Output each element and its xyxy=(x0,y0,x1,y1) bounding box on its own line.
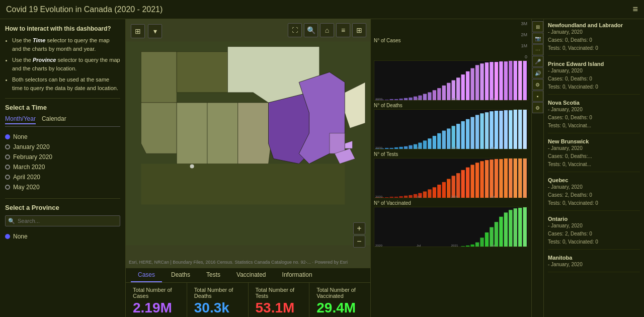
home-icon[interactable]: ⌂ xyxy=(320,23,334,37)
svg-rect-47 xyxy=(518,61,522,100)
action-icon-box[interactable]: ▪ xyxy=(532,91,543,102)
action-icon-camera[interactable]: 📷 xyxy=(532,33,543,44)
tab-information[interactable]: Information xyxy=(275,268,319,282)
svg-rect-41 xyxy=(490,62,493,100)
svg-rect-37 xyxy=(470,68,474,100)
time-tabs: Month/Year Calendar xyxy=(5,115,120,127)
time-option-feb2020[interactable]: February 2020 xyxy=(5,152,120,162)
map-attribution: Esri, HERE, NRCan | Boundary Files, 2016… xyxy=(129,260,348,265)
menu-icon[interactable]: ≡ xyxy=(632,4,638,15)
how-to-section: How to interact with this dashboard? Use… xyxy=(5,24,120,92)
stats-row: Total Number of Cases 2.19M Total Number… xyxy=(126,282,370,317)
chart-cases-ylabel: N° of Cases xyxy=(374,38,400,43)
map-toolbar: ⊞ ▾ xyxy=(131,24,162,38)
tab-month-year[interactable]: Month/Year xyxy=(5,115,36,124)
province-options-list: None xyxy=(5,231,120,242)
zoom-out-button[interactable]: − xyxy=(353,235,365,248)
top-bar: Covid 19 Evolution in Canada (2020 - 202… xyxy=(0,0,644,19)
svg-rect-102 xyxy=(428,189,431,198)
radio-dot-apr xyxy=(5,175,10,180)
province-name-nb: New Brunswick xyxy=(548,138,640,144)
radio-dot-jan xyxy=(5,144,10,149)
tab-tests[interactable]: Tests xyxy=(199,268,227,282)
province-option-none[interactable]: None xyxy=(5,231,120,242)
search-icon: 🔍 xyxy=(8,218,15,224)
province-name-mb: Manitoba xyxy=(548,255,640,261)
time-option-jan2020[interactable]: January 2020 xyxy=(5,142,120,152)
expand-icon[interactable]: ⛶ xyxy=(288,23,302,37)
svg-rect-74 xyxy=(470,117,474,149)
radio-dot-may xyxy=(5,185,10,190)
tab-calendar[interactable]: Calendar xyxy=(42,115,66,124)
province-item-nb: New Brunswick - January, 2020Cases: 0, D… xyxy=(548,138,640,172)
svg-rect-122 xyxy=(523,158,527,198)
left-panel: How to interact with this dashboard? Use… xyxy=(0,19,126,317)
grid-icon[interactable]: ⊞ xyxy=(352,23,366,37)
svg-marker-4 xyxy=(141,103,177,153)
svg-rect-111 xyxy=(470,165,474,198)
time-option-may2020[interactable]: May 2020 xyxy=(5,182,120,192)
province-name-ns: Nova Scotia xyxy=(548,100,640,106)
tab-deaths[interactable]: Deaths xyxy=(164,268,197,282)
svg-text:2020: 2020 xyxy=(375,97,383,100)
action-icon-settings-2[interactable]: ⚙ xyxy=(532,102,543,113)
right-panel: Newfoundland and Labrador - January, 202… xyxy=(543,19,644,317)
time-option-apr2020[interactable]: April 2020 xyxy=(5,172,120,182)
province-stats-qc: - January, 2020Cases: 2, Deaths: 0Tests:… xyxy=(548,183,640,207)
map-tool-dropdown[interactable]: ▾ xyxy=(148,24,162,38)
province-name-nl: Newfoundland and Labrador xyxy=(548,22,640,28)
map-zoom-controls: + − xyxy=(353,222,365,248)
svg-rect-46 xyxy=(514,61,517,100)
radio-dot-mar xyxy=(5,165,10,170)
svg-text:2020: 2020 xyxy=(375,195,383,198)
how-to-tip-3: Both selectors can be used at the same t… xyxy=(12,75,120,92)
province-item-on: Ontario - January, 2020Cases: 2, Deaths:… xyxy=(548,216,640,250)
stat-tests-value: 53.1M xyxy=(256,300,302,316)
chart-tests-svg: 2020 Jul 2021 Jul xyxy=(374,158,528,198)
svg-rect-112 xyxy=(475,163,479,198)
chart-deaths-svg: 2020 Jul 2021 Jul xyxy=(374,110,528,149)
chart-tests-ylabel: N° of Tests xyxy=(374,151,528,157)
svg-rect-36 xyxy=(466,71,469,100)
svg-rect-14 xyxy=(141,164,345,205)
svg-marker-2 xyxy=(177,52,227,93)
svg-rect-116 xyxy=(495,159,498,198)
svg-text:2020: 2020 xyxy=(375,244,383,247)
svg-rect-79 xyxy=(495,111,498,149)
time-option-mar2020[interactable]: March 2020 xyxy=(5,162,120,172)
svg-rect-42 xyxy=(495,62,498,100)
tab-vaccinated[interactable]: Vaccinated xyxy=(229,268,273,282)
time-option-apr-label: April 2020 xyxy=(13,174,40,181)
tab-cases[interactable]: Cases xyxy=(131,268,162,282)
map-area[interactable]: ⊞ ▾ xyxy=(126,19,370,268)
svg-rect-96 xyxy=(399,196,403,198)
zoom-in-button[interactable]: + xyxy=(353,222,365,234)
action-icon-mic[interactable]: 🎤 xyxy=(532,56,543,67)
province-item-nl: Newfoundland and Labrador - January, 202… xyxy=(548,22,640,56)
svg-rect-59 xyxy=(399,147,403,149)
svg-rect-109 xyxy=(461,170,464,198)
action-icon-sound[interactable]: 🔊 xyxy=(532,67,543,78)
province-section-label: Select a Province xyxy=(5,204,120,211)
svg-rect-21 xyxy=(394,99,398,100)
radio-dot-none xyxy=(5,134,10,139)
action-icon-grid[interactable]: ⊞ xyxy=(532,21,543,32)
svg-rect-20 xyxy=(390,99,393,100)
svg-rect-117 xyxy=(499,159,503,198)
svg-rect-75 xyxy=(475,115,479,149)
action-icon-settings-1[interactable]: ⚙ xyxy=(532,79,543,90)
svg-rect-65 xyxy=(428,138,431,149)
list-icon[interactable]: ≡ xyxy=(336,23,350,37)
action-icon-more[interactable]: ⋯ xyxy=(532,44,543,55)
svg-rect-158 xyxy=(518,208,522,247)
stat-vaccinated-value: 29.4M xyxy=(316,300,363,316)
map-tool-1[interactable]: ⊞ xyxy=(131,24,145,38)
province-name-on: Ontario xyxy=(548,216,640,222)
province-item-qc: Quebec - January, 2020Cases: 2, Deaths: … xyxy=(548,177,640,211)
svg-rect-64 xyxy=(423,140,427,149)
svg-rect-113 xyxy=(480,161,484,198)
search-map-icon[interactable]: 🔍 xyxy=(304,23,318,37)
svg-rect-157 xyxy=(514,208,517,247)
time-option-none[interactable]: None xyxy=(5,132,120,142)
province-search-input[interactable] xyxy=(5,215,120,226)
